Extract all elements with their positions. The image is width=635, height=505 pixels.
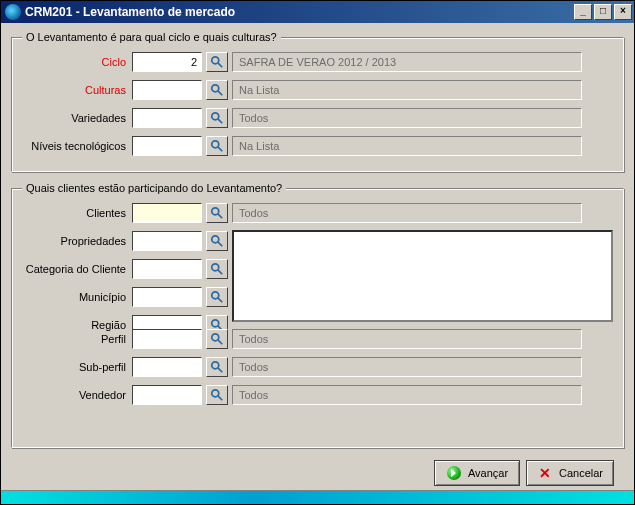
lookup-niveis[interactable] <box>206 136 228 156</box>
svg-point-16 <box>212 320 219 327</box>
button-bar: Avançar ✕ Cancelar <box>11 456 624 488</box>
cancel-icon: ✕ <box>537 465 553 481</box>
label-culturas: Culturas <box>22 84 132 96</box>
label-perfil: Perfil <box>22 333 132 345</box>
svg-line-7 <box>218 147 222 151</box>
readout-culturas: Na Lista <box>232 80 582 100</box>
svg-point-4 <box>212 113 219 120</box>
input-categoria[interactable] <box>132 259 202 279</box>
input-ciclo[interactable] <box>132 52 202 72</box>
search-icon <box>210 290 224 304</box>
svg-point-6 <box>212 141 219 148</box>
readout-vendedor: Todos <box>232 385 582 405</box>
search-icon <box>210 55 224 69</box>
input-niveis[interactable] <box>132 136 202 156</box>
forward-icon <box>446 465 462 481</box>
label-clientes: Clientes <box>22 207 132 219</box>
search-icon <box>210 332 224 346</box>
input-clientes[interactable] <box>132 203 202 223</box>
window-frame: CRM201 - Levantamento de mercado _ □ × O… <box>0 0 635 505</box>
search-icon <box>210 234 224 248</box>
input-subperfil[interactable] <box>132 357 202 377</box>
lookup-subperfil[interactable] <box>206 357 228 377</box>
input-vendedor[interactable] <box>132 385 202 405</box>
input-culturas[interactable] <box>132 80 202 100</box>
readout-ciclo: SAFRA DE VERAO 2012 / 2013 <box>232 52 582 72</box>
avancar-label: Avançar <box>468 467 508 479</box>
svg-line-13 <box>218 270 222 274</box>
window-buttons: _ □ × <box>574 4 632 20</box>
label-vendedor: Vendedor <box>22 389 132 401</box>
lookup-variedades[interactable] <box>206 108 228 128</box>
avancar-button[interactable]: Avançar <box>434 460 520 486</box>
label-propriedades: Propriedades <box>22 235 132 247</box>
search-icon <box>210 83 224 97</box>
lookup-perfil[interactable] <box>206 329 228 349</box>
label-categoria: Categoria do Cliente <box>22 263 132 275</box>
row-vendedor: Vendedor Todos <box>22 384 613 406</box>
lookup-ciclo[interactable] <box>206 52 228 72</box>
search-icon <box>210 206 224 220</box>
readout-variedades: Todos <box>232 108 582 128</box>
label-ciclo: Ciclo <box>22 56 132 68</box>
client-area: O Levantamento é para qual ciclo e quais… <box>1 23 634 490</box>
row-niveis: Níveis tecnológicos Na Lista <box>22 135 613 157</box>
svg-line-3 <box>218 91 222 95</box>
svg-line-23 <box>218 396 222 400</box>
status-bar <box>1 490 634 504</box>
search-icon <box>210 360 224 374</box>
search-icon <box>210 388 224 402</box>
lookup-clientes[interactable] <box>206 203 228 223</box>
titlebar: CRM201 - Levantamento de mercado _ □ × <box>1 1 634 23</box>
group-ciclo-culturas: O Levantamento é para qual ciclo e quais… <box>11 31 624 172</box>
row-propriedades: Propriedades Categoria do Cliente <box>22 230 613 322</box>
row-clientes: Clientes Todos <box>22 202 613 224</box>
readout-perfil: Todos <box>232 329 582 349</box>
label-variedades: Variedades <box>22 112 132 124</box>
input-propriedades[interactable] <box>132 231 202 251</box>
svg-point-0 <box>212 57 219 64</box>
svg-point-18 <box>212 334 219 341</box>
label-municipio: Município <box>22 291 132 303</box>
search-icon <box>210 139 224 153</box>
svg-point-10 <box>212 236 219 243</box>
svg-line-11 <box>218 242 222 246</box>
lookup-vendedor[interactable] <box>206 385 228 405</box>
input-variedades[interactable] <box>132 108 202 128</box>
svg-line-1 <box>218 63 222 67</box>
row-subperfil: Sub-perfil Todos <box>22 356 613 378</box>
window-title: CRM201 - Levantamento de mercado <box>25 5 574 19</box>
app-icon <box>5 4 21 20</box>
search-icon <box>210 111 224 125</box>
lookup-propriedades[interactable] <box>206 231 228 251</box>
lookup-municipio[interactable] <box>206 287 228 307</box>
cancelar-button[interactable]: ✕ Cancelar <box>526 460 614 486</box>
close-button[interactable]: × <box>614 4 632 20</box>
svg-line-9 <box>218 214 222 218</box>
group1-legend: O Levantamento é para qual ciclo e quais… <box>22 31 281 43</box>
svg-point-14 <box>212 292 219 299</box>
svg-line-15 <box>218 298 222 302</box>
input-perfil[interactable] <box>132 329 202 349</box>
row-ciclo: Ciclo SAFRA DE VERAO 2012 / 2013 <box>22 51 613 73</box>
readout-subperfil: Todos <box>232 357 582 377</box>
label-niveis: Níveis tecnológicos <box>22 140 132 152</box>
svg-line-21 <box>218 368 222 372</box>
minimize-button[interactable]: _ <box>574 4 592 20</box>
lookup-culturas[interactable] <box>206 80 228 100</box>
search-icon <box>210 262 224 276</box>
row-variedades: Variedades Todos <box>22 107 613 129</box>
group-clientes: Quais clientes estão participando do Lev… <box>11 182 624 448</box>
lookup-categoria[interactable] <box>206 259 228 279</box>
input-municipio[interactable] <box>132 287 202 307</box>
readout-niveis: Na Lista <box>232 136 582 156</box>
readout-clientes: Todos <box>232 203 582 223</box>
group2-legend: Quais clientes estão participando do Lev… <box>22 182 286 194</box>
cancelar-label: Cancelar <box>559 467 603 479</box>
svg-line-5 <box>218 119 222 123</box>
maximize-button[interactable]: □ <box>594 4 612 20</box>
svg-point-2 <box>212 85 219 92</box>
listbox-selecionados[interactable] <box>232 230 613 322</box>
svg-point-12 <box>212 264 219 271</box>
svg-point-20 <box>212 362 219 369</box>
